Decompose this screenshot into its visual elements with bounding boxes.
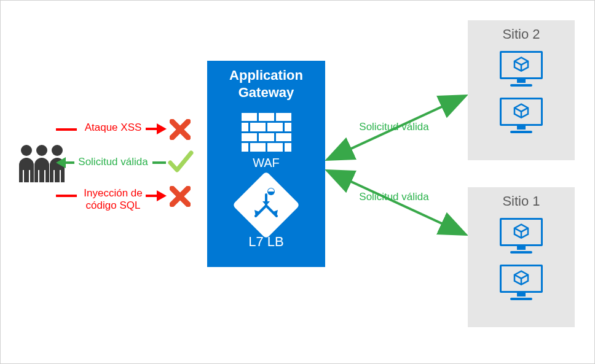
- arrow-right-red-sqli: [146, 189, 167, 203]
- vm-icon: [500, 218, 543, 256]
- green-line-valid: [152, 156, 166, 169]
- red-bar-sqli: [56, 195, 77, 197]
- vm-icon: [500, 51, 543, 89]
- sqli-attack-label: Inyección de código SQL: [79, 187, 147, 211]
- xss-attack-label: Ataque XSS: [79, 122, 147, 134]
- arrow-left-green-valid: [56, 156, 74, 169]
- block-x-icon-sqli: [170, 186, 191, 207]
- site-2-title: Sitio 2: [468, 20, 575, 42]
- site-2-box: Sitio 2: [468, 20, 575, 160]
- svg-marker-17: [262, 201, 270, 206]
- sqli-line1: Inyección de: [84, 187, 142, 199]
- waf-label: WAF: [207, 156, 325, 170]
- valid-request-label-in: Solicitud válida: [73, 156, 153, 168]
- valid-request-label-out-bottom: Solicitud válida: [351, 191, 437, 203]
- gateway-title-line2: Gateway: [238, 85, 294, 100]
- svg-point-0: [21, 145, 32, 156]
- firewall-icon: [240, 112, 292, 152]
- valid-request-label-out-top: Solicitud válida: [351, 121, 437, 133]
- arrow-right-red-xss: [146, 122, 167, 136]
- gateway-title: Application Gateway: [207, 67, 325, 101]
- checkmark-icon: [168, 149, 194, 175]
- svg-point-2: [52, 145, 63, 156]
- svg-line-26: [514, 61, 521, 65]
- vm-icon: [500, 98, 543, 136]
- svg-marker-7: [56, 157, 66, 168]
- block-x-icon-xss: [170, 119, 191, 140]
- gateway-to-sites-arrows: [325, 93, 468, 240]
- svg-line-35: [521, 228, 528, 232]
- svg-line-38: [514, 275, 521, 279]
- load-balancer-icon: [242, 181, 290, 229]
- svg-line-34: [514, 228, 521, 232]
- svg-point-1: [36, 145, 47, 156]
- vm-icon: [500, 265, 543, 303]
- svg-line-31: [521, 108, 528, 112]
- svg-line-30: [514, 108, 521, 112]
- gateway-title-line1: Application: [229, 68, 303, 83]
- svg-line-39: [521, 275, 528, 279]
- sqli-line2: código SQL: [86, 199, 141, 211]
- red-bar-xss: [56, 128, 77, 131]
- svg-line-27: [521, 61, 528, 65]
- svg-marker-11: [157, 190, 167, 201]
- site-1-title: Sitio 1: [468, 187, 575, 209]
- site-1-box: Sitio 1: [468, 187, 575, 327]
- svg-marker-4: [157, 123, 167, 134]
- application-gateway-box: Application Gateway WAF L7 LB: [207, 61, 325, 267]
